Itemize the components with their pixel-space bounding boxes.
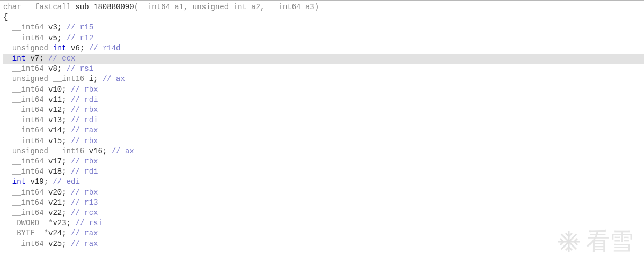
semicolon: ; [62,126,66,135]
code-line-declaration[interactable]: unsigned int v6; // r14d [3,43,644,54]
variable-name: v5 [48,34,57,42]
callconv-keyword: __fastcall [26,3,71,11]
register-comment: // r14d [89,44,121,53]
type-keyword: char [3,3,21,11]
register-comment: // rdi [71,116,98,124]
type-keyword: __int64 [12,95,44,104]
register-comment: // ax [112,147,134,155]
code-line-declaration[interactable]: __int64 v3; // r15 [3,23,644,33]
code-line-declaration[interactable]: __int64 v12; // rbx [3,105,644,115]
type-keyword: __int64 [12,167,44,176]
type-keyword: __int64 [12,116,44,124]
code-line-declaration[interactable]: __int64 v8; // rsi [3,64,644,74]
code-line-declaration[interactable]: __int64 v15; // rbx [3,136,644,146]
code-line-declaration[interactable]: __int64 v13; // rdi [3,115,644,125]
type-keyword: __int64 [12,85,44,94]
register-comment: // rsi [67,64,93,73]
variable-name: v17 [48,157,62,166]
brace: { [3,13,8,21]
type-keyword: __int64 [12,240,44,248]
variable-name: i [89,75,93,83]
semicolon: ; [57,23,62,32]
code-line-declaration[interactable]: __int64 v14; // rax [3,125,644,136]
variable-name: v14 [48,126,62,135]
semicolon: ; [80,44,84,53]
code-line-signature[interactable]: char __fastcall sub_180880090(__int64 a1… [3,2,644,12]
semicolon: ; [62,137,66,145]
type-keyword: unsigned [12,75,48,83]
type-keyword: __int64 [12,64,44,73]
type-keyword: __int64 [12,23,44,32]
register-comment: // rax [71,126,98,135]
type-keyword: int [12,54,26,63]
code-line-declaration[interactable]: __int64 v20; // rbx [3,188,644,198]
variable-name: v23 [53,219,66,227]
code-line-declaration[interactable]: __int64 v18; // rdi [3,167,644,177]
code-line-declaration[interactable]: __int64 v10; // rbx [3,85,644,95]
register-comment: // rbx [71,188,98,197]
variable-name: v10 [48,85,62,94]
pointer-star: * [44,229,48,237]
code-line-declaration[interactable]: int v7; // ecx [3,54,644,64]
decompiler-view[interactable]: char __fastcall sub_180880090(__int64 a1… [0,1,644,249]
register-comment: // rbx [71,85,98,94]
semicolon: ; [93,75,98,83]
register-comment: // rsi [75,219,102,227]
variable-name: v18 [48,167,62,176]
type-keyword: __int64 [12,188,44,197]
register-comment: // r13 [71,198,98,207]
code-line-declaration[interactable]: _BYTE *v24; // rax [3,228,644,239]
semicolon: ; [57,34,62,42]
semicolon: ; [62,240,66,248]
variable-name: v7 [30,54,39,63]
code-line-open-brace[interactable]: { [3,12,644,23]
variable-name: v6 [71,44,80,53]
variable-name: v19 [30,177,43,186]
variable-name: v25 [48,240,62,248]
register-comment: // rcx [71,209,98,217]
variable-name: v24 [48,229,62,237]
variable-name: v11 [48,95,62,104]
type-keyword: __int64 [12,106,44,114]
register-comment: // ecx [48,54,75,63]
variable-name: v22 [48,209,62,217]
variable-name: v21 [48,198,62,207]
semicolon: ; [62,106,66,114]
type-keyword: __int64 [12,157,44,166]
register-comment: // rax [71,240,98,248]
variable-name: v8 [48,64,57,73]
function-name: sub_180880090 [75,3,134,11]
variable-name: v3 [48,23,57,32]
code-line-declaration[interactable]: __int64 v21; // r13 [3,198,644,208]
semicolon: ; [62,85,66,94]
code-line-declaration[interactable]: __int64 v25; // rax [3,239,644,249]
register-comment: // rbx [71,137,98,145]
semicolon: ; [62,167,66,176]
semicolon: ; [67,219,71,227]
semicolon: ; [57,64,62,73]
code-line-declaration[interactable]: __int64 v11; // rdi [3,95,644,105]
variable-name: v13 [48,116,62,124]
type-keyword: unsigned [12,44,48,53]
variable-name: v16 [89,147,103,155]
type-keyword: __int64 [12,126,44,135]
code-line-declaration[interactable]: __int64 v22; // rcx [3,208,644,218]
register-comment: // edi [53,177,79,186]
variable-name: v20 [48,188,62,197]
code-line-declaration[interactable]: unsigned __int16 i; // ax [3,74,644,84]
semicolon: ; [62,209,66,217]
code-line-declaration[interactable]: _DWORD *v23; // rsi [3,218,644,228]
code-line-declaration[interactable]: unsigned __int16 v16; // ax [3,146,644,157]
type-keyword: unsigned [12,147,48,155]
register-comment: // rax [71,229,98,237]
type-keyword: int [53,44,66,53]
type-keyword: _DWORD [12,219,39,227]
code-line-declaration[interactable]: int v19; // edi [3,177,644,187]
register-comment: // rbx [71,106,98,114]
semicolon: ; [62,95,66,104]
code-line-declaration[interactable]: __int64 v5; // r12 [3,33,644,43]
semicolon: ; [103,147,107,155]
type-keyword: __int64 [12,137,44,145]
semicolon: ; [62,116,66,124]
code-line-declaration[interactable]: __int64 v17; // rbx [3,157,644,167]
